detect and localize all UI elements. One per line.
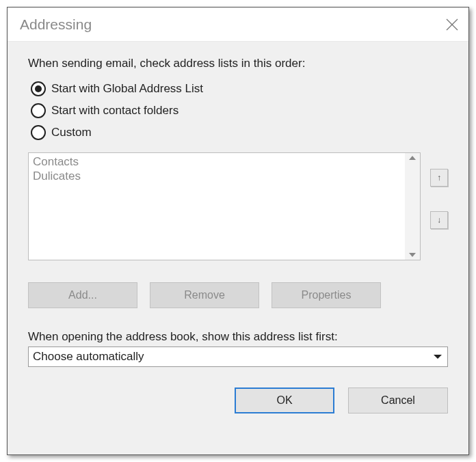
order-radio-group: Start with Global Address List Start wit… [31,81,448,147]
radio-custom[interactable] [31,125,46,140]
properties-button[interactable]: Properties [272,282,381,308]
address-listbox[interactable]: Contacts Dulicates [28,152,421,260]
cancel-button[interactable]: Cancel [348,388,448,413]
move-down-button[interactable]: ↓ [430,211,448,229]
dialog-body: When sending email, check address lists … [8,42,468,454]
addressing-dialog: Addressing When sending email, check add… [7,7,469,455]
radio-gal-label: Start with Global Address List [51,82,203,96]
radio-custom-row[interactable]: Custom [31,125,448,140]
radio-gal[interactable] [31,81,46,96]
titlebar: Addressing [8,8,468,42]
arrow-down-icon: ↓ [437,215,441,225]
list-item[interactable]: Dulicates [33,169,401,183]
list-item[interactable]: Contacts [33,154,401,169]
close-icon[interactable] [445,18,459,31]
dialog-footer: OK Cancel [28,388,448,413]
dialog-title: Addressing [20,16,92,33]
list-area: Contacts Dulicates ↑ ↓ [28,152,448,260]
radio-contacts[interactable] [31,103,46,118]
radio-contacts-label: Start with contact folders [51,104,178,118]
add-button[interactable]: Add... [28,282,137,308]
radio-custom-label: Custom [51,126,92,139]
scroll-up-icon[interactable] [409,156,416,160]
list-content: Contacts Dulicates [29,153,405,260]
scroll-down-icon[interactable] [409,253,416,257]
move-up-button[interactable]: ↑ [430,169,448,187]
open-first-label: When opening the address book, show this… [28,330,448,344]
dropdown-value: Choose automatically [33,350,144,364]
list-scrollbar[interactable] [405,153,420,260]
arrow-up-icon: ↑ [437,173,441,182]
radio-gal-row[interactable]: Start with Global Address List [31,81,448,96]
reorder-buttons: ↑ ↓ [430,152,448,229]
remove-button[interactable]: Remove [150,282,259,308]
default-list-dropdown[interactable]: Choose automatically [28,346,448,367]
ok-button[interactable]: OK [235,388,334,413]
list-action-buttons: Add... Remove Properties [28,282,448,308]
chevron-down-icon [434,355,442,359]
radio-contacts-row[interactable]: Start with contact folders [31,103,448,118]
order-heading: When sending email, check address lists … [28,57,448,70]
